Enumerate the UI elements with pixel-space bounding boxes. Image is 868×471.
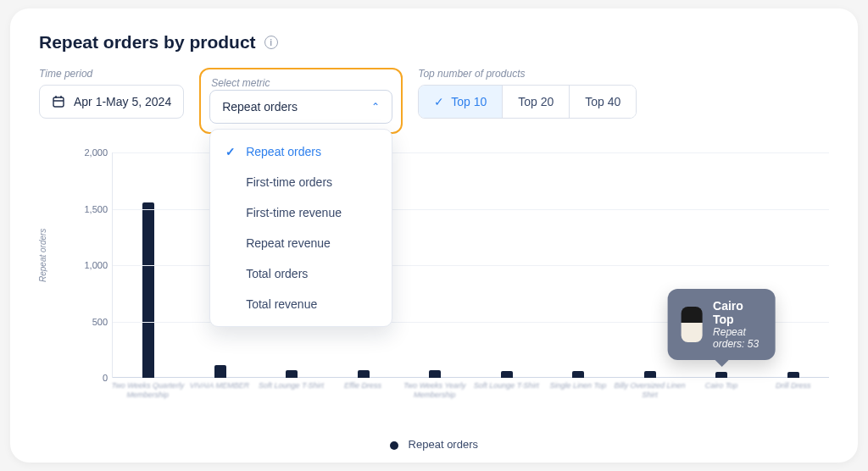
x-tick-label: Billy Oversized Linen Shirt [611, 381, 687, 400]
top-n-option-label: Top 40 [585, 95, 620, 108]
metric-option-label: Total orders [246, 267, 308, 280]
x-label-slot: VIVAIA MEMBER [184, 378, 256, 412]
metric-option-label: Total revenue [246, 297, 317, 311]
report-card: Repeat orders by product i Time period A… [10, 8, 858, 463]
x-label-slot: Single Linen Top [542, 378, 615, 412]
bar[interactable] [214, 365, 226, 378]
calendar-icon [52, 95, 65, 108]
x-tick-label: Soft Lounge T-Shirt [468, 381, 544, 391]
x-label-slot: Two Weeks Quarterly Membership [112, 378, 184, 412]
x-tick-label: Cairo Top [683, 381, 760, 391]
metric-option-label: First-time orders [246, 175, 332, 189]
top-n-option-label: Top 20 [518, 95, 554, 108]
time-period-group: Time period Apr 1-May 5, 2024 [39, 68, 184, 119]
bar[interactable] [358, 370, 370, 378]
x-label-slot: Soft Lounge T-Shirt [470, 378, 542, 412]
title-row: Repeat orders by product i [39, 32, 829, 53]
bar[interactable] [572, 371, 584, 378]
x-label-slot: Soft Lounge T-Shirt [255, 378, 327, 412]
date-range-value: Apr 1-May 5, 2024 [74, 95, 171, 108]
check-icon: ✓ [434, 95, 444, 108]
top-n-option-label: Top 10 [451, 95, 487, 108]
controls-row: Time period Apr 1-May 5, 2024 Select met… [39, 68, 829, 134]
tooltip-product-name: Cairo Top [713, 299, 762, 326]
x-label-slot: Two Weeks Yearly Membership [398, 378, 470, 412]
y-tick-label: 0 [70, 373, 108, 383]
bar[interactable] [286, 370, 298, 378]
bar[interactable] [715, 372, 727, 378]
legend-swatch [390, 441, 398, 450]
x-tick-label: Soft Lounge T-Shirt [253, 381, 329, 391]
bar[interactable] [142, 202, 154, 378]
metric-dropdown: ✓Repeat ordersFirst-time ordersFirst-tim… [209, 129, 392, 327]
metric-option[interactable]: First-time orders [210, 167, 392, 197]
x-tick-label: Drill Dress [755, 381, 832, 391]
bar[interactable] [501, 371, 513, 378]
metric-selector-highlight: Select metric Repeat orders ⌃ ✓Repeat or… [199, 68, 403, 134]
info-icon[interactable]: i [264, 36, 278, 49]
tooltip-metric-line: Repeat orders: 53 [713, 326, 762, 350]
y-axis-title: Repeat orders [38, 229, 47, 282]
chevron-up-icon: ⌃ [371, 101, 380, 113]
top-n-option[interactable]: Top 40 [569, 86, 636, 118]
metric-option[interactable]: ✓Repeat orders [210, 136, 392, 167]
y-tick-label: 2,000 [70, 147, 108, 158]
x-tick-label: Effie Dress [325, 381, 401, 391]
chart-legend: Repeat orders [10, 438, 858, 451]
metric-option-label: Repeat orders [246, 145, 321, 158]
metric-select[interactable]: Repeat orders ⌃ [209, 90, 392, 124]
x-label-slot: Cairo Top [686, 378, 758, 412]
x-tick-label: Two Weeks Yearly Membership [397, 381, 473, 400]
bar[interactable] [644, 371, 656, 378]
metric-option[interactable]: First-time revenue [210, 197, 392, 228]
metric-option[interactable]: Total orders [210, 258, 392, 289]
metric-option[interactable]: Repeat revenue [210, 228, 392, 258]
x-label-slot: Drill Dress [757, 378, 829, 412]
metric-option[interactable]: Total revenue [210, 289, 392, 319]
check-icon: ✓ [225, 145, 237, 158]
x-labels-container: Two Weeks Quarterly MembershipVIVAIA MEM… [112, 378, 829, 412]
metric-option-label: Repeat revenue [246, 236, 331, 250]
svg-rect-0 [53, 97, 64, 107]
legend-series-label: Repeat orders [409, 438, 478, 451]
tooltip-text: Cairo Top Repeat orders: 53 [713, 299, 762, 350]
page-title: Repeat orders by product [39, 32, 256, 53]
top-n-segmented: ✓Top 10Top 20Top 40 [418, 85, 637, 119]
metric-selected-value: Repeat orders [222, 100, 298, 114]
metric-label: Select metric [211, 77, 270, 89]
bar[interactable] [429, 370, 441, 378]
top-n-group: Top number of products ✓Top 10Top 20Top … [418, 68, 637, 119]
y-tick-label: 1,000 [70, 260, 108, 270]
metric-option-label: First-time revenue [246, 206, 342, 219]
x-tick-label: VIVAIA MEMBER [181, 381, 258, 391]
x-label-slot: Billy Oversized Linen Shirt [614, 378, 686, 412]
bar-tooltip: Cairo Top Repeat orders: 53 [668, 289, 776, 360]
top-n-option[interactable]: ✓Top 10 [419, 86, 502, 118]
y-tick-label: 1,500 [70, 204, 108, 214]
y-tick-label: 500 [70, 317, 108, 327]
tooltip-thumbnail [682, 307, 703, 342]
x-tick-label: Single Linen Top [540, 381, 616, 391]
top-n-option[interactable]: Top 20 [502, 86, 569, 118]
date-range-picker[interactable]: Apr 1-May 5, 2024 [39, 85, 184, 119]
chart-area: Repeat orders 05001,0001,5002,000 Two We… [53, 152, 829, 412]
top-n-label: Top number of products [418, 68, 637, 80]
x-tick-label: Two Weeks Quarterly Membership [109, 381, 186, 400]
x-label-slot: Effie Dress [327, 378, 399, 412]
time-period-label: Time period [39, 68, 184, 80]
bar[interactable] [787, 372, 799, 378]
